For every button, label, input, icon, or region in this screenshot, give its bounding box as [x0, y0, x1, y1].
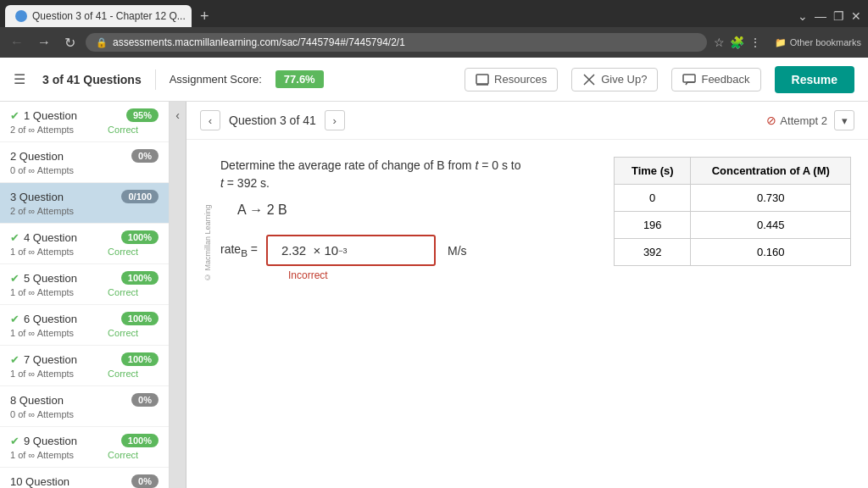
question-description: Determine the average rate of change of …	[220, 157, 597, 192]
sidebar-item-4[interactable]: ✔ 4 Question 100% 1 of ∞ AttemptsCorrect	[0, 224, 169, 264]
sidebar-attempts: 0 of ∞ Attempts	[10, 409, 159, 419]
feedback-icon	[682, 73, 696, 86]
attempt-dropdown-btn[interactable]: ▾	[834, 110, 854, 130]
sidebar-badge: 100%	[121, 434, 159, 447]
sidebar-collapse-btn[interactable]: ‹	[175, 108, 180, 122]
sidebar-item-name: 1 Question	[24, 109, 77, 122]
resources-button[interactable]: Resources	[465, 68, 558, 92]
sidebar-item-name: 3 Question	[10, 191, 64, 203]
rate-label: rateB =	[220, 242, 258, 258]
copyright-text: © Macmillan Learning	[203, 157, 212, 281]
star-icon[interactable]: ☆	[714, 36, 725, 49]
feedback-label: Feedback	[701, 73, 749, 86]
browser-tab[interactable]: Question 3 of 41 - Chapter 12 Q... ✕	[5, 5, 192, 27]
give-up-label: Give Up?	[601, 73, 647, 86]
sidebar-attempts: 1 of ∞ AttemptsCorrect	[10, 369, 159, 379]
question-nav-header: ‹ Question 3 of 41 › ⊘ Attempt 2 ▾	[186, 102, 868, 140]
bookmarks-label: Other bookmarks	[790, 37, 861, 47]
next-question-btn[interactable]: ›	[325, 110, 345, 130]
prev-question-btn[interactable]: ‹	[200, 110, 220, 130]
check-icon: ✔	[10, 231, 19, 244]
header-title: 3 of 41 Questions	[42, 73, 142, 86]
sidebar-item-name: 4 Question	[24, 231, 77, 244]
sidebar-attempts: 0 of ∞ Attempts	[10, 165, 159, 175]
sidebar-item-3[interactable]: 3 Question 0/100 2 of ∞ Attempts	[0, 183, 169, 224]
sidebar-item-10[interactable]: 10 Question 0%	[0, 468, 169, 488]
url-text: assessments.macmillanlearning.com/sac/74…	[113, 36, 405, 48]
sidebar-item-2[interactable]: 2 Question 0% 0 of ∞ Attempts	[0, 142, 169, 183]
question-list-sidebar: ✔ 1 Question 95% 2 of ∞ AttemptsCorrect …	[0, 102, 170, 488]
sidebar-item-7[interactable]: ✔ 7 Question 100% 1 of ∞ AttemptsCorrect	[0, 346, 169, 386]
give-up-button[interactable]: Give Up?	[571, 68, 658, 92]
table-row: 0 0.730	[615, 185, 851, 212]
attempt-section: ⊘ Attempt 2 ▾	[766, 110, 854, 130]
sidebar-badge: 0/100	[121, 190, 159, 203]
check-icon: ✔	[10, 435, 19, 447]
address-bar[interactable]: 🔒 assessments.macmillanlearning.com/sac/…	[86, 33, 707, 52]
sidebar-item-5[interactable]: ✔ 5 Question 100% 1 of ∞ AttemptsCorrect	[0, 264, 169, 305]
table-row: 196 0.445	[615, 212, 851, 239]
menu-icon[interactable]: ☰	[14, 71, 25, 87]
check-icon: ✔	[10, 272, 19, 285]
question-content-area: ‹ Question 3 of 41 › ⊘ Attempt 2 ▾ © Mac…	[186, 102, 868, 488]
sidebar-item-name: 2 Question	[10, 150, 64, 163]
answer-input-box[interactable]: 2.32 × 10−3	[266, 235, 436, 266]
sidebar-badge: 0%	[131, 393, 159, 407]
reaction-equation: A → 2 B	[237, 202, 597, 218]
back-btn[interactable]: ←	[7, 33, 27, 52]
sidebar-badge: 0%	[131, 149, 159, 163]
sidebar-badge: 100%	[121, 312, 159, 325]
table-header-conc: Concentration of A (M)	[691, 158, 851, 185]
sidebar-item-8[interactable]: 8 Question 0% 0 of ∞ Attempts	[0, 386, 169, 427]
window-controls: ⌄ — ❐ ✕	[798, 9, 868, 23]
question-text-content: Determine the average rate of change of …	[220, 157, 597, 281]
svg-rect-0	[476, 75, 488, 84]
reload-btn[interactable]: ↻	[61, 33, 79, 53]
resources-icon	[476, 73, 489, 86]
table-cell-conc: 0.160	[691, 239, 851, 266]
sidebar-attempts: 1 of ∞ AttemptsCorrect	[10, 328, 159, 338]
sidebar-attempts: 1 of ∞ AttemptsCorrect	[10, 247, 159, 257]
resume-button[interactable]: Resume	[775, 66, 854, 93]
browser-action-buttons: ☆ 🧩 ⋮	[714, 36, 761, 49]
score-value: 77.6%	[275, 70, 324, 88]
sidebar-badge: 0%	[131, 474, 159, 488]
check-icon: ✔	[10, 313, 19, 325]
score-label: Assignment Score:	[170, 73, 262, 86]
feedback-button[interactable]: Feedback	[671, 68, 760, 92]
forward-btn[interactable]: →	[34, 33, 54, 52]
give-up-icon	[582, 73, 596, 86]
answer-unit: M/s	[448, 244, 467, 258]
sidebar-item-name: 9 Question	[24, 435, 77, 447]
concentration-table-panel: Time (s) Concentration of A (M) 0 0.730 …	[614, 157, 851, 281]
sidebar-item-6[interactable]: ✔ 6 Question 100% 1 of ∞ AttemptsCorrect	[0, 305, 169, 346]
sidebar-item-name: 6 Question	[24, 313, 77, 325]
sidebar-attempts: 1 of ∞ AttemptsCorrect	[10, 450, 159, 460]
tab-favicon	[15, 10, 27, 22]
check-icon: ✔	[10, 353, 19, 366]
question-label: Question 3 of 41	[229, 114, 316, 127]
bookmarks-bar: 📁 Other bookmarks	[775, 37, 861, 48]
concentration-table: Time (s) Concentration of A (M) 0 0.730 …	[614, 157, 851, 266]
sidebar-attempts: 2 of ∞ AttemptsCorrect	[10, 125, 159, 135]
sidebar-item-9[interactable]: ✔ 9 Question 100% 1 of ∞ AttemptsCorrect	[0, 427, 169, 468]
table-cell-time: 0	[615, 185, 691, 212]
resources-label: Resources	[494, 73, 547, 86]
extensions-icon[interactable]: 🧩	[730, 36, 744, 49]
menu-icon[interactable]: ⋮	[749, 36, 761, 49]
rate-answer-row: rateB = 2.32 × 10−3 M/s	[220, 235, 597, 266]
table-cell-conc: 0.445	[691, 212, 851, 239]
table-cell-time: 196	[615, 212, 691, 239]
attempt-label: Attempt 2	[780, 114, 827, 127]
sidebar-badge: 95%	[126, 108, 159, 122]
table-row: 392 0.160	[615, 239, 851, 266]
table-cell-time: 392	[615, 239, 691, 266]
sidebar-item-1[interactable]: ✔ 1 Question 95% 2 of ∞ AttemptsCorrect	[0, 102, 169, 142]
incorrect-label: Incorrect	[288, 269, 597, 281]
sidebar-attempts: 2 of ∞ Attempts	[10, 206, 159, 216]
sidebar-badge: 100%	[121, 230, 159, 244]
sidebar-badge: 100%	[121, 271, 159, 285]
tab-title: Question 3 of 41 - Chapter 12 Q...	[32, 10, 186, 22]
sidebar-attempts: 1 of ∞ AttemptsCorrect	[10, 287, 159, 297]
new-tab-btn[interactable]: +	[192, 8, 218, 25]
